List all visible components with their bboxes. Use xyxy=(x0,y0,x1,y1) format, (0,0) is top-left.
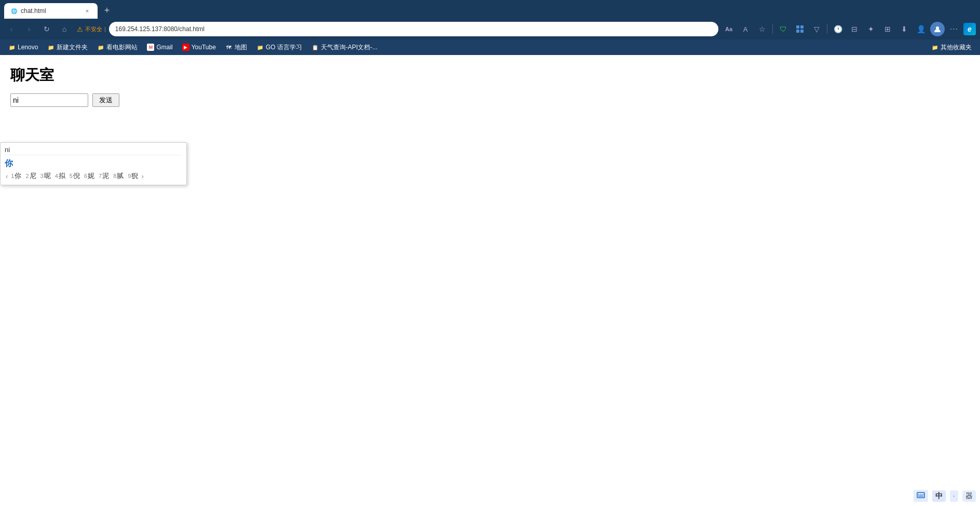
extensions-icon[interactable] xyxy=(793,22,807,36)
refresh-button[interactable]: ↻ xyxy=(39,22,54,36)
edge-icon: e xyxy=(963,23,976,35)
tab-title: chat.html xyxy=(21,7,80,15)
ime-candidate-2[interactable]: 2 尼 xyxy=(23,171,38,181)
svg-rect-3 xyxy=(800,30,804,33)
tray-keyboard-icon[interactable] xyxy=(914,490,928,502)
bookmark-others-label: 其他收藏夹 xyxy=(941,43,972,52)
more-button[interactable]: ··· xyxy=(947,22,961,36)
ime-pinyin: ni xyxy=(5,145,182,155)
toolbar-icons: Aa A ☆ 🛡 ▽ 🕐 ⊟ ✦ ⊞ ⬇ 👤 ··· xyxy=(722,22,976,36)
profile-button[interactable] xyxy=(930,22,945,36)
ime-prev-button[interactable]: ‹ xyxy=(5,172,9,180)
bookmark-lenovo[interactable]: 📁 Lenovo xyxy=(4,43,42,52)
bookmark-go-learning[interactable]: 📁 GO 语言学习 xyxy=(252,42,306,53)
svg-rect-6 xyxy=(918,494,919,495)
ime-candidate-8[interactable]: 8 腻 xyxy=(111,171,126,181)
home-button[interactable]: ⌂ xyxy=(57,22,72,36)
svg-rect-9 xyxy=(918,496,923,497)
tray-dot[interactable]: · xyxy=(950,490,958,502)
bookmark-gmail-label: Gmail xyxy=(156,44,172,51)
browser-essentials-icon[interactable]: ⊞ xyxy=(880,22,895,36)
tab-favicon: 🌐 xyxy=(10,7,18,15)
ime-candidate-1[interactable]: 1 你 xyxy=(9,171,23,181)
bookmark-go-learning-label: GO 语言学习 xyxy=(266,43,302,52)
toolbar-separator-1 xyxy=(772,24,773,34)
chat-input-row: 发送 xyxy=(10,93,970,107)
chat-message-input[interactable] xyxy=(10,93,88,107)
gmail-favicon: M xyxy=(147,44,154,51)
ime-candidate-9[interactable]: 9 猊 xyxy=(126,171,140,181)
bookmark-others[interactable]: 📁 其他收藏夹 xyxy=(927,42,976,53)
ime-next-button[interactable]: › xyxy=(140,172,144,180)
folder-icon: 📁 xyxy=(8,44,16,51)
tray-ime-label[interactable]: 中 xyxy=(932,490,946,502)
weather-favicon: 📋 xyxy=(311,44,319,51)
browser-chrome: 🌐 chat.html × + ‹ › ↻ ⌂ ⚠ 不安全 | Aa A ☆ xyxy=(0,0,980,55)
address-bar-row: ‹ › ↻ ⌂ ⚠ 不安全 | Aa A ☆ 🛡 ▽ xyxy=(0,19,980,39)
bookmark-maps[interactable]: 🗺 地图 xyxy=(221,42,251,53)
toolbar-separator-2 xyxy=(827,24,827,34)
favorites-icon[interactable]: ☆ xyxy=(755,22,769,36)
tab-bar: 🌐 chat.html × + xyxy=(0,0,980,19)
svg-rect-7 xyxy=(920,494,921,495)
bookmark-weather[interactable]: 📋 天气查询-API文档-... xyxy=(307,42,382,53)
page-title: 聊天室 xyxy=(10,65,970,85)
bookmark-new-folder[interactable]: 📁 新建文件夹 xyxy=(43,42,92,53)
folder-icon: 📁 xyxy=(256,44,264,51)
shield-icon[interactable]: 🛡 xyxy=(776,22,791,36)
history-icon[interactable]: 🕐 xyxy=(831,22,845,36)
split-view-icon[interactable]: ⊟ xyxy=(847,22,862,36)
youtube-favicon: ▶ xyxy=(182,44,189,51)
bookmark-weather-label: 天气查询-API文档-... xyxy=(321,43,377,52)
svg-rect-8 xyxy=(922,494,923,495)
ime-candidate-3[interactable]: 3 呢 xyxy=(38,171,53,181)
tray-grid[interactable]: 器 xyxy=(962,490,976,502)
ime-candidate-4[interactable]: 4 拟 xyxy=(53,171,67,181)
warning-icon: ⚠ xyxy=(77,25,83,33)
collections-icon[interactable]: ✦ xyxy=(864,22,878,36)
forward-button[interactable]: › xyxy=(22,22,36,36)
security-label: 不安全 xyxy=(85,25,102,33)
page-content: 聊天室 发送 ni 你 ‹ 1 你 2 尼 3 呢 4 拟 xyxy=(0,55,980,121)
ime-candidate-7[interactable]: 7 泥 xyxy=(97,171,111,181)
vpn-icon[interactable]: ▽ xyxy=(809,22,824,36)
back-button[interactable]: ‹ xyxy=(4,22,19,36)
bookmark-youtube[interactable]: ▶ YouTube xyxy=(178,43,220,52)
tab-close-button[interactable]: × xyxy=(83,7,91,15)
send-button[interactable]: 发送 xyxy=(92,93,119,107)
svg-rect-2 xyxy=(796,30,799,33)
ime-candidate-5[interactable]: 5 倪 xyxy=(67,171,82,181)
ime-candidates: ‹ 1 你 2 尼 3 呢 4 拟 5 倪 6 妮 xyxy=(5,171,182,181)
bookmark-movies[interactable]: 📁 看电影网站 xyxy=(93,42,142,53)
ime-selected-char[interactable]: 你 xyxy=(5,157,182,171)
bookmark-youtube-label: YouTube xyxy=(192,44,216,51)
new-tab-button[interactable]: + xyxy=(100,3,114,18)
folder-icon: 📁 xyxy=(47,44,55,51)
svg-rect-0 xyxy=(796,25,799,29)
ime-popup: ni 你 ‹ 1 你 2 尼 3 呢 4 拟 5 倪 xyxy=(0,142,187,185)
address-input[interactable] xyxy=(109,22,718,36)
security-badge: ⚠ 不安全 | xyxy=(77,25,106,33)
folder-icon: 📁 xyxy=(931,44,938,51)
bookmark-maps-label: 地图 xyxy=(235,43,247,52)
bookmark-new-folder-label: 新建文件夹 xyxy=(57,43,88,52)
system-tray: 中 · 器 xyxy=(914,490,976,502)
bookmark-gmail[interactable]: M Gmail xyxy=(143,43,176,52)
folder-icon: 📁 xyxy=(97,44,104,51)
bookmark-lenovo-label: Lenovo xyxy=(18,44,38,51)
account-icon[interactable]: 👤 xyxy=(914,22,928,36)
separator: | xyxy=(104,26,106,32)
text-size-icon[interactable]: A xyxy=(738,22,753,36)
ime-candidate-6[interactable]: 6 妮 xyxy=(82,171,97,181)
read-aloud-icon[interactable]: Aa xyxy=(722,22,736,36)
bookmark-movies-label: 看电影网站 xyxy=(106,43,138,52)
svg-rect-1 xyxy=(800,25,804,29)
svg-rect-5 xyxy=(917,493,924,498)
download-icon[interactable]: ⬇ xyxy=(897,22,911,36)
bookmarks-bar: 📁 Lenovo 📁 新建文件夹 📁 看电影网站 M Gmail ▶ YouTu… xyxy=(0,39,980,55)
active-tab[interactable]: 🌐 chat.html × xyxy=(4,3,98,19)
maps-favicon: 🗺 xyxy=(225,44,233,51)
